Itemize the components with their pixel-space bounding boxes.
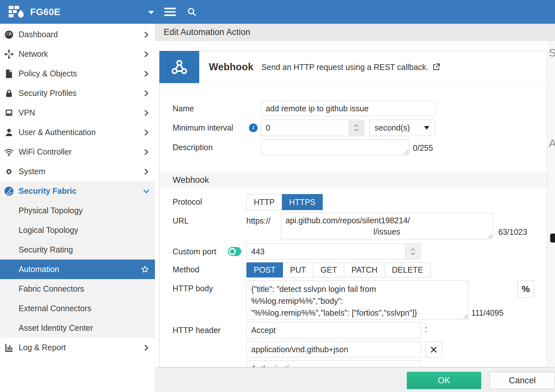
sidebar-item-label: Security Profiles: [19, 89, 77, 98]
sidebar-menu: Dashboard Network Policy & Objects Secur…: [0, 24, 155, 357]
fortinet-logo-icon: [8, 5, 25, 19]
description-counter: 0/255: [413, 143, 433, 153]
close-icon: [430, 346, 437, 353]
chevron-right-icon: [143, 90, 150, 97]
security-fabric-group: Security Fabric Physical Topology Logica…: [0, 181, 155, 338]
minimum-interval-value: 0: [266, 123, 270, 132]
header-colon: :: [425, 324, 427, 334]
sidebar-item-vpn[interactable]: VPN: [0, 103, 155, 123]
url-textarea[interactable]: api.github.com/repos/silent198214/ l/iss…: [281, 213, 493, 239]
number-spinner[interactable]: [349, 120, 364, 135]
remove-header-button[interactable]: [425, 341, 442, 358]
sidebar-item-security-fabric[interactable]: Security Fabric: [0, 181, 155, 201]
webhook-section-header: Webhook: [159, 171, 547, 189]
resize-handle[interactable]: [404, 149, 408, 154]
method-get-button[interactable]: GET: [313, 262, 344, 277]
interval-unit-value: second(s): [375, 123, 410, 132]
http-header-key2-value: Authorization: [251, 364, 298, 368]
name-value: add remote ip to github issue: [266, 104, 369, 113]
wifi-icon: [4, 147, 14, 157]
http-body-textarea[interactable]: {"title": "detect sslvpn login fail from…: [246, 280, 469, 320]
url-line2: l/issues: [286, 226, 488, 237]
http-header-value: application/vnd.github+json: [251, 345, 348, 354]
method-put-button[interactable]: PUT: [283, 262, 313, 277]
user-icon: [4, 127, 14, 138]
sidebar-item-security-rating[interactable]: Security Rating: [0, 240, 155, 260]
cancel-button[interactable]: Cancel: [490, 372, 555, 389]
number-spinner[interactable]: [405, 244, 420, 259]
sidebar-item-label: Physical Topology: [19, 206, 83, 215]
http-body-line1: {"title": "detect sslvpn login fail from: [251, 283, 464, 295]
minimum-interval-label: Minimum interval: [173, 120, 233, 136]
sidebar: Dashboard Network Policy & Objects Secur…: [0, 24, 155, 392]
name-input[interactable]: add remote ip to github issue: [261, 101, 436, 116]
lock-icon: [4, 88, 14, 98]
menu-toggle-icon[interactable]: [164, 8, 176, 16]
description-textarea[interactable]: [261, 139, 409, 155]
action-footer: OK Cancel: [155, 367, 555, 392]
gear-icon: [4, 166, 14, 177]
protocol-http-button[interactable]: HTTP: [246, 194, 282, 210]
sidebar-item-system[interactable]: System: [0, 162, 155, 181]
http-header-key2-input[interactable]: Authorization: [246, 361, 421, 367]
sidebar-item-log-report[interactable]: Log & Report: [0, 338, 155, 357]
http-header-key-value: Accept: [251, 326, 276, 335]
sidebar-item-label: Security Fabric: [19, 186, 77, 196]
custom-port-input[interactable]: 443: [246, 243, 421, 260]
interval-unit-select[interactable]: second(s): [369, 120, 435, 136]
name-label: Name: [173, 101, 194, 116]
sidebar-item-fabric-connectors[interactable]: Fabric Connectors: [0, 279, 155, 299]
document-icon: [4, 69, 14, 79]
protocol-label: Protocol: [173, 194, 202, 209]
http-header-value-input[interactable]: application/vnd.github+json: [246, 341, 421, 357]
ok-button[interactable]: OK: [407, 372, 481, 389]
method-post-button[interactable]: POST: [246, 262, 283, 277]
sidebar-item-label: External Connectors: [19, 304, 91, 313]
custom-port-toggle[interactable]: [228, 247, 241, 256]
sidebar-item-automation[interactable]: Automation: [0, 260, 155, 279]
http-header-key-input[interactable]: Accept: [246, 322, 421, 338]
sidebar-item-policy-objects[interactable]: Policy & Objects: [0, 64, 155, 83]
top-bar: FG60E: [0, 0, 555, 24]
sidebar-item-label: Policy & Objects: [19, 69, 77, 78]
insert-variable-button[interactable]: %: [517, 280, 534, 298]
sidebar-item-label: Fabric Connectors: [19, 284, 84, 294]
chevron-right-icon: [143, 168, 150, 175]
method-delete-button[interactable]: DELETE: [385, 262, 431, 277]
network-icon: [4, 49, 14, 59]
method-segmented-control: POST PUT GET PATCH DELETE: [246, 262, 431, 277]
sidebar-item-external-connectors[interactable]: External Connectors: [0, 299, 155, 318]
sidebar-item-security-profiles[interactable]: Security Profiles: [0, 83, 155, 103]
percent-icon: %: [522, 284, 530, 294]
url-prefix: https://: [246, 213, 270, 229]
chevron-right-icon: [143, 31, 150, 38]
protocol-https-button[interactable]: HTTPS: [282, 194, 323, 210]
description-label: Description: [173, 139, 213, 155]
sidebar-item-physical-topology[interactable]: Physical Topology: [0, 201, 155, 220]
chevron-down-icon[interactable]: [148, 11, 154, 14]
sidebar-item-wifi-controller[interactable]: WiFi Controller: [0, 142, 155, 162]
method-patch-button[interactable]: PATCH: [344, 262, 385, 277]
protocol-segmented-control: HTTP HTTPS: [246, 194, 323, 210]
favorite-star-icon[interactable]: [141, 265, 149, 274]
sidebar-item-label: Automation: [19, 265, 59, 274]
url-label: URL: [173, 213, 189, 229]
sidebar-item-label: VPN: [19, 108, 35, 117]
chevron-right-icon: [143, 129, 150, 136]
minimum-interval-input[interactable]: 0: [261, 120, 364, 136]
external-link-icon[interactable]: [432, 63, 440, 71]
sidebar-item-user-authentication[interactable]: User & Authentication: [0, 123, 155, 142]
info-icon[interactable]: i: [249, 124, 258, 132]
http-body-counter: 111/4095: [471, 308, 504, 318]
sidebar-item-dashboard[interactable]: Dashboard: [0, 25, 155, 44]
sidebar-item-logical-topology[interactable]: Logical Topology: [0, 220, 155, 240]
select-caret-icon: [424, 126, 429, 130]
cutoff-text-fragment: A: [549, 137, 555, 149]
action-type-header: Webhook Send an HTTP request using a RES…: [159, 51, 547, 83]
edit-action-card: Webhook Send an HTTP request using a RES…: [159, 51, 547, 367]
sidebar-item-asset-identity-center[interactable]: Asset Identity Center: [0, 318, 155, 338]
url-line1: api.github.com/repos/silent198214/: [286, 215, 488, 226]
http-header-label: HTTP header: [173, 322, 221, 338]
sidebar-item-network[interactable]: Network: [0, 44, 155, 64]
search-icon[interactable]: [187, 7, 197, 17]
